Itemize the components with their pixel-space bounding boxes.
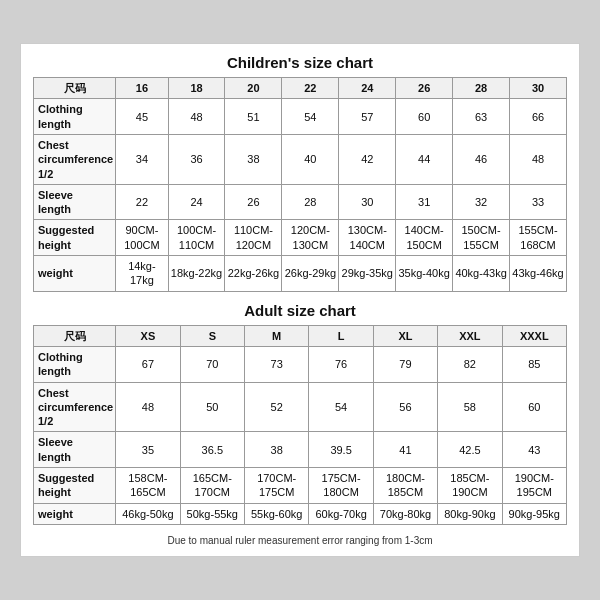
cell-4-6: 40kg-43kg	[453, 256, 510, 292]
cell-1-0: 34	[116, 134, 168, 184]
cell-1-2: 52	[245, 382, 309, 432]
row-label-0: Clothing length	[34, 346, 116, 382]
table-row: weight46kg-50kg50kg-55kg55kg-60kg60kg-70…	[34, 503, 567, 524]
table-row: Chest circumference 1/23436384042444648	[34, 134, 567, 184]
cell-3-1: 165CM-170CM	[180, 468, 244, 504]
col-header-1: 16	[116, 78, 168, 99]
cell-1-3: 40	[282, 134, 339, 184]
col-header-4: 22	[282, 78, 339, 99]
cell-0-3: 54	[282, 99, 339, 135]
cell-2-4: 30	[339, 184, 396, 220]
cell-4-3: 60kg-70kg	[309, 503, 373, 524]
col-header-2: 18	[168, 78, 225, 99]
cell-4-4: 29kg-35kg	[339, 256, 396, 292]
cell-2-4: 41	[373, 432, 437, 468]
table-row: Chest circumference 1/248505254565860	[34, 382, 567, 432]
children-title: Children's size chart	[33, 54, 567, 71]
row-label-3: Suggested height	[34, 220, 116, 256]
cell-1-1: 50	[180, 382, 244, 432]
cell-3-2: 110CM-120CM	[225, 220, 282, 256]
cell-3-3: 175CM-180CM	[309, 468, 373, 504]
cell-2-6: 43	[502, 432, 566, 468]
cell-0-1: 48	[168, 99, 225, 135]
cell-3-0: 90CM-100CM	[116, 220, 168, 256]
cell-1-0: 48	[116, 382, 180, 432]
col-header-2: S	[180, 325, 244, 346]
col-header-3: 20	[225, 78, 282, 99]
cell-1-2: 38	[225, 134, 282, 184]
col-header-8: 30	[510, 78, 567, 99]
col-header-0: 尺码	[34, 325, 116, 346]
cell-3-4: 130CM-140CM	[339, 220, 396, 256]
table-row: weight14kg-17kg18kg-22kg22kg-26kg26kg-29…	[34, 256, 567, 292]
col-header-7: XXXL	[502, 325, 566, 346]
table-row: Sleeve length3536.53839.54142.543	[34, 432, 567, 468]
cell-3-0: 158CM-165CM	[116, 468, 180, 504]
cell-1-7: 48	[510, 134, 567, 184]
cell-2-2: 26	[225, 184, 282, 220]
row-label-0: Clothing length	[34, 99, 116, 135]
cell-0-1: 70	[180, 346, 244, 382]
children-table: 尺码1618202224262830 Clothing length454851…	[33, 77, 567, 292]
table-row: Sleeve length2224262830313233	[34, 184, 567, 220]
row-label-2: Sleeve length	[34, 184, 116, 220]
cell-1-6: 60	[502, 382, 566, 432]
cell-4-0: 14kg-17kg	[116, 256, 168, 292]
col-header-0: 尺码	[34, 78, 116, 99]
col-header-3: M	[245, 325, 309, 346]
col-header-7: 28	[453, 78, 510, 99]
row-label-4: weight	[34, 256, 116, 292]
cell-2-3: 28	[282, 184, 339, 220]
col-header-4: L	[309, 325, 373, 346]
cell-3-6: 150CM-155CM	[453, 220, 510, 256]
cell-2-5: 42.5	[438, 432, 502, 468]
col-header-6: XXL	[438, 325, 502, 346]
cell-1-1: 36	[168, 134, 225, 184]
cell-3-7: 155CM-168CM	[510, 220, 567, 256]
cell-4-3: 26kg-29kg	[282, 256, 339, 292]
cell-4-1: 18kg-22kg	[168, 256, 225, 292]
cell-1-5: 58	[438, 382, 502, 432]
cell-2-2: 38	[245, 432, 309, 468]
cell-0-7: 66	[510, 99, 567, 135]
row-label-3: Suggested height	[34, 468, 116, 504]
cell-3-6: 190CM-195CM	[502, 468, 566, 504]
cell-4-6: 90kg-95kg	[502, 503, 566, 524]
chart-container: Children's size chart 尺码1618202224262830…	[20, 43, 580, 557]
cell-1-6: 46	[453, 134, 510, 184]
table-row: Suggested height90CM-100CM100CM-110CM110…	[34, 220, 567, 256]
cell-2-1: 24	[168, 184, 225, 220]
cell-4-7: 43kg-46kg	[510, 256, 567, 292]
cell-1-3: 54	[309, 382, 373, 432]
cell-3-3: 120CM-130CM	[282, 220, 339, 256]
row-label-1: Chest circumference 1/2	[34, 382, 116, 432]
cell-3-1: 100CM-110CM	[168, 220, 225, 256]
cell-2-6: 32	[453, 184, 510, 220]
cell-2-7: 33	[510, 184, 567, 220]
cell-4-4: 70kg-80kg	[373, 503, 437, 524]
col-header-5: 24	[339, 78, 396, 99]
cell-1-4: 56	[373, 382, 437, 432]
cell-0-6: 63	[453, 99, 510, 135]
table-row: Clothing length4548515457606366	[34, 99, 567, 135]
cell-3-5: 185CM-190CM	[438, 468, 502, 504]
row-label-4: weight	[34, 503, 116, 524]
adult-title: Adult size chart	[33, 302, 567, 319]
cell-2-3: 39.5	[309, 432, 373, 468]
cell-3-2: 170CM-175CM	[245, 468, 309, 504]
cell-0-3: 76	[309, 346, 373, 382]
cell-0-4: 57	[339, 99, 396, 135]
cell-4-5: 80kg-90kg	[438, 503, 502, 524]
table-row: Clothing length67707376798285	[34, 346, 567, 382]
cell-4-0: 46kg-50kg	[116, 503, 180, 524]
cell-0-5: 82	[438, 346, 502, 382]
cell-0-0: 67	[116, 346, 180, 382]
cell-0-2: 51	[225, 99, 282, 135]
cell-0-5: 60	[396, 99, 453, 135]
cell-0-2: 73	[245, 346, 309, 382]
cell-1-4: 42	[339, 134, 396, 184]
cell-2-1: 36.5	[180, 432, 244, 468]
cell-2-0: 35	[116, 432, 180, 468]
adult-table: 尺码XSSMLXLXXLXXXL Clothing length67707376…	[33, 325, 567, 525]
cell-4-5: 35kg-40kg	[396, 256, 453, 292]
